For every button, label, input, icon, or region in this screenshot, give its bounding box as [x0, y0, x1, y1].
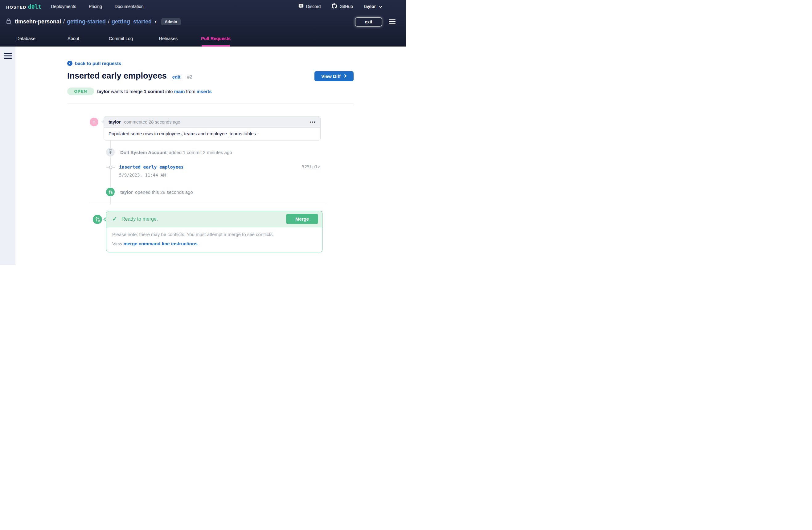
nav-deployments[interactable]: Deployments: [51, 4, 76, 9]
database-tabs: Database About Commit Log Releases Pull …: [0, 30, 406, 46]
breadcrumb-separator: /: [108, 18, 110, 25]
system-event-author: Dolt System Account: [120, 150, 166, 155]
summary-text: into: [165, 89, 173, 94]
command-line-instructions-link[interactable]: merge command line instructions: [123, 241, 197, 246]
opened-event-meta: opened this 28 seconds ago: [135, 190, 193, 195]
commit-node-icon: [106, 165, 115, 171]
pr-number: #2: [187, 74, 192, 80]
summary-text: from: [186, 89, 195, 94]
edit-title-link[interactable]: edit: [172, 74, 180, 79]
merge-instructions-line: View merge command line instructions.: [112, 241, 316, 246]
comment-header: taylor commented 28 seconds ago •••: [104, 116, 321, 128]
github-label: GitHub: [339, 4, 353, 9]
back-to-pull-requests-link[interactable]: back to pull requests: [67, 61, 121, 66]
tab-about[interactable]: About: [49, 30, 97, 46]
tab-commit-log[interactable]: Commit Log: [97, 30, 145, 46]
discord-label: Discord: [306, 4, 321, 9]
merge-status-text: Ready to merge.: [121, 216, 158, 222]
avatar: [106, 148, 115, 157]
commit-count: 1 commit: [144, 89, 164, 94]
view-diff-button[interactable]: View Diff: [315, 71, 353, 82]
tab-database[interactable]: Database: [2, 30, 49, 46]
pr-title: Inserted early employees: [67, 71, 167, 81]
breadcrumb-separator: /: [63, 18, 65, 25]
commit-message-link[interactable]: inserted early employees: [119, 164, 184, 170]
breadcrumb: timsehn-personal / getting-started / get…: [0, 13, 406, 30]
left-sidebar: [0, 46, 15, 265]
push-commit-icon: [108, 149, 113, 155]
comment-card: T taylor commented 28 seconds ago ••• Po…: [104, 116, 321, 141]
lock-icon: [6, 18, 11, 25]
logo-dolt-text: d0lt: [28, 3, 41, 10]
breadcrumb-actions: exit: [355, 17, 400, 27]
breadcrumb-deployment-link[interactable]: getting-started: [67, 18, 106, 25]
user-menu[interactable]: taylor: [364, 4, 382, 9]
site-header: HOSTED d0lt Deployments Pricing Document…: [0, 0, 406, 46]
merge-box: ✓ Ready to merge. Merge Please note: the…: [106, 211, 322, 252]
view-diff-label: View Diff: [321, 74, 340, 79]
system-event-text: Dolt System Account added 1 commit 2 min…: [120, 150, 232, 155]
merge-section: ✓ Ready to merge. Merge Please note: the…: [106, 211, 322, 252]
divider: [90, 204, 326, 204]
comment-options-icon[interactable]: •••: [310, 120, 316, 124]
discord-link[interactable]: Discord: [299, 3, 321, 10]
system-event-row: Dolt System Account added 1 commit 2 min…: [106, 148, 353, 157]
comment-meta: commented 28 seconds ago: [124, 120, 180, 124]
primary-nav: Deployments Pricing Documentation: [51, 4, 144, 9]
comment-pointer: [101, 120, 104, 123]
tab-pull-requests[interactable]: Pull Requests: [192, 30, 240, 46]
logo-hosted-text: HOSTED: [6, 5, 27, 10]
chevron-right-icon: [344, 74, 347, 79]
chevron-down-icon: [379, 4, 382, 9]
comment-author: taylor: [108, 120, 121, 124]
nav-documentation[interactable]: Documentation: [115, 4, 144, 9]
tab-label: Database: [16, 36, 35, 41]
sidebar-menu-icon[interactable]: [4, 53, 15, 59]
pr-timeline: T taylor commented 28 seconds ago ••• Po…: [67, 116, 353, 204]
top-nav-right: Discord GitHub taylor: [299, 3, 400, 10]
opened-event-text: taylor opened this 28 seconds ago: [120, 190, 193, 195]
github-icon: [332, 3, 337, 10]
tab-label: Releases: [159, 36, 177, 41]
back-arrow-icon: [67, 61, 72, 66]
merge-box-body: Please note: there may be conflicts. You…: [106, 227, 322, 252]
head-branch-link[interactable]: inserts: [197, 89, 212, 94]
user-name: taylor: [364, 4, 376, 9]
tab-label: Pull Requests: [201, 36, 231, 41]
commit-row: inserted early employees 5/9/2023, 11:44…: [67, 164, 353, 180]
back-link-label: back to pull requests: [75, 61, 121, 66]
view-prefix: View: [112, 241, 122, 246]
tab-releases[interactable]: Releases: [145, 30, 192, 46]
pull-request-page: back to pull requests Inserted early emp…: [15, 46, 406, 265]
tab-label: About: [68, 36, 79, 41]
hosted-dolt-logo[interactable]: HOSTED d0lt: [6, 3, 41, 10]
comment-body: Populated some rows in employees, teams …: [104, 128, 321, 141]
header-menu-icon[interactable]: [389, 19, 395, 24]
pr-author: taylor: [97, 89, 110, 94]
pull-request-icon: [93, 215, 102, 224]
breadcrumb-database-link[interactable]: getting_started: [112, 18, 152, 25]
merge-box-pointer: [104, 218, 106, 221]
merge-box-header: ✓ Ready to merge. Merge: [106, 211, 322, 227]
top-nav: HOSTED d0lt Deployments Pricing Document…: [0, 0, 406, 13]
discord-icon: [299, 3, 304, 10]
commit-hash: 525tp1v: [302, 164, 320, 169]
base-branch-link[interactable]: main: [174, 89, 185, 94]
admin-role-badge: Admin: [161, 18, 180, 25]
pr-status-row: OPEN taylor wants to merge 1 commit into…: [67, 88, 353, 95]
commit-date: 5/9/2023, 11:44 AM: [119, 173, 353, 177]
github-link[interactable]: GitHub: [332, 3, 353, 10]
pr-summary: taylor wants to merge 1 commit into main…: [97, 89, 212, 94]
pr-title-row: Inserted early employees edit #2 View Di…: [67, 71, 353, 82]
summary-text: wants to merge: [111, 89, 143, 94]
merge-button[interactable]: Merge: [286, 214, 318, 224]
exit-button[interactable]: exit: [355, 17, 382, 27]
nav-pricing[interactable]: Pricing: [89, 4, 102, 9]
opened-event-row: taylor opened this 28 seconds ago: [106, 188, 353, 196]
system-event-meta: added 1 commit 2 minutes ago: [169, 150, 232, 155]
open-status-badge: OPEN: [67, 88, 94, 95]
period: .: [197, 241, 199, 246]
merge-conflict-note: Please note: there may be conflicts. You…: [112, 232, 316, 237]
pull-request-icon: [106, 188, 115, 196]
database-dropdown-caret-icon[interactable]: ▾: [155, 20, 156, 24]
